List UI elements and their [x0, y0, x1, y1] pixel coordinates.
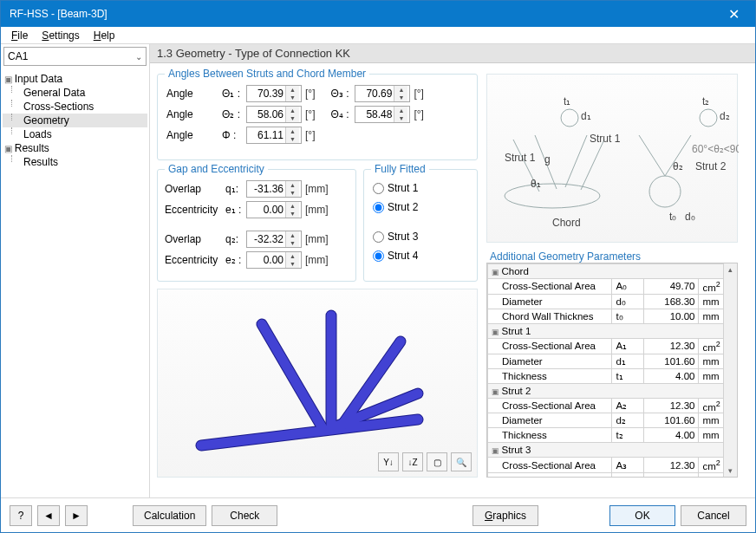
spinner-input[interactable] — [247, 254, 285, 266]
spinner-input[interactable] — [247, 183, 285, 195]
tree-results-root[interactable]: Results — [3, 141, 147, 155]
view-tool-1[interactable]: ↓Z — [402, 452, 423, 471]
svg-line-6 — [262, 324, 323, 428]
gap-symbol: q₁: — [225, 183, 246, 195]
param-symbol: A₃ — [612, 458, 644, 473]
menu-help[interactable]: Help — [88, 28, 121, 43]
spin-up-icon[interactable]: ▲ — [286, 107, 299, 114]
spinner-input[interactable] — [247, 204, 285, 216]
spin-up-icon[interactable]: ▲ — [286, 202, 299, 210]
table-section[interactable]: Strut 3 — [488, 443, 737, 458]
spinner-input[interactable] — [247, 233, 285, 245]
spin-down-icon[interactable]: ▼ — [286, 114, 299, 122]
param-name: Diameter — [488, 354, 612, 368]
radio-strut-4[interactable]: Strut 4 — [373, 246, 470, 265]
spinner[interactable]: ▲▼ — [246, 180, 302, 198]
radio-strut-2[interactable]: Strut 2 — [373, 198, 470, 217]
spin-up-icon[interactable]: ▲ — [286, 86, 299, 94]
radio-input[interactable] — [373, 202, 384, 213]
radio-label: Strut 3 — [388, 231, 418, 243]
menu-file[interactable]: File — [6, 28, 33, 43]
spin-up-icon[interactable]: ▲ — [286, 127, 299, 135]
spin-up-icon[interactable]: ▲ — [286, 181, 299, 189]
spinner-input[interactable] — [355, 88, 394, 100]
spinner[interactable]: ▲▼ — [246, 85, 302, 102]
spin-down-icon[interactable]: ▼ — [394, 94, 407, 101]
svg-text:d₁: d₁ — [581, 110, 591, 122]
view-tool-0[interactable]: Y↓ — [378, 452, 399, 471]
tree-cross-sections[interactable]: Cross-Sections — [3, 100, 147, 114]
check-button[interactable]: Check — [212, 505, 277, 526]
gap-label: Overlap — [165, 183, 225, 195]
table-section[interactable]: Strut 2 — [488, 383, 737, 398]
spinner[interactable]: ▲▼ — [246, 127, 302, 144]
spinner-input[interactable] — [355, 108, 394, 120]
svg-text:Strut 1: Strut 1 — [590, 133, 621, 145]
spinner[interactable]: ▲▼ — [246, 251, 302, 269]
gap-group: Gap and Eccentricity Overlap q₁: ▲▼[mm] … — [157, 169, 356, 282]
spin-up-icon[interactable]: ▲ — [394, 86, 407, 94]
cancel-button[interactable]: Cancel — [681, 505, 746, 526]
table-row: Diameter d₀ 168.30 mm — [488, 294, 737, 309]
spinner-input[interactable] — [247, 129, 285, 141]
spin-up-icon[interactable]: ▲ — [286, 231, 299, 239]
spin-down-icon[interactable]: ▼ — [286, 239, 299, 247]
tree-loads[interactable]: Loads — [3, 127, 147, 141]
spin-down-icon[interactable]: ▼ — [286, 94, 299, 101]
spin-up-icon[interactable]: ▲ — [394, 107, 407, 114]
schematic-diagram: Strut 1 Strut 1 Strut 2 Chord t₁ t₂ d₁ d… — [486, 74, 738, 243]
preview-3d[interactable]: Y↓↓Z▢🔍 — [157, 289, 478, 478]
table-section[interactable]: Strut 1 — [488, 323, 737, 338]
radio-input[interactable] — [373, 250, 384, 262]
spinner[interactable]: ▲▼ — [355, 85, 410, 102]
tree-geometry[interactable]: Geometry — [3, 114, 147, 127]
spinner[interactable]: ▲▼ — [246, 201, 302, 218]
spin-down-icon[interactable]: ▼ — [286, 189, 299, 197]
param-value: 4.00 — [644, 368, 699, 383]
view-tool-2[interactable]: ▢ — [427, 452, 447, 471]
nav-tree: Input Data General Data Cross-Sections G… — [1, 68, 149, 497]
angle-symbol: Φ : — [222, 129, 246, 141]
spinner[interactable]: ▲▼ — [246, 231, 302, 248]
case-combo[interactable]: CA1 ⌄ — [3, 47, 147, 66]
tree-input-data[interactable]: Input Data — [3, 72, 147, 86]
svg-text:Strut 1: Strut 1 — [505, 152, 536, 164]
spin-down-icon[interactable]: ▼ — [394, 114, 407, 122]
calculation-button[interactable]: Calculation — [133, 505, 206, 526]
spin-down-icon[interactable]: ▼ — [286, 135, 299, 143]
chevron-down-icon: ⌄ — [135, 52, 142, 62]
spinner[interactable]: ▲▼ — [355, 106, 410, 123]
radio-strut-3[interactable]: Strut 3 — [373, 227, 470, 246]
radio-input[interactable] — [373, 183, 384, 194]
radio-strut-1[interactable]: Strut 1 — [373, 179, 470, 198]
angle-symbol: Θ₁ : — [222, 88, 246, 100]
spinner[interactable]: ▲▼ — [246, 106, 302, 123]
gap-symbol: e₁ : — [225, 204, 246, 216]
unit: [mm] — [305, 183, 329, 195]
tree-general-data[interactable]: General Data — [3, 86, 147, 100]
spin-down-icon[interactable]: ▼ — [286, 260, 299, 268]
svg-text:t₁: t₁ — [564, 95, 570, 107]
table-section[interactable]: Chord — [488, 264, 737, 279]
help-button[interactable]: ? — [10, 505, 32, 526]
view-tool-3[interactable]: 🔍 — [451, 452, 472, 471]
close-icon[interactable]: ✕ — [721, 6, 746, 23]
next-button[interactable]: ► — [65, 505, 88, 526]
param-symbol: d₂ — [612, 413, 644, 428]
window-title: RF-HSS - [Beam-3D] — [10, 8, 108, 20]
angle-symbol: Θ₄ : — [330, 108, 355, 120]
tree-results[interactable]: Results — [3, 155, 147, 169]
prev-button[interactable]: ◄ — [37, 505, 60, 526]
spinner-input[interactable] — [247, 108, 285, 120]
graphics-button[interactable]: Graphics — [472, 505, 538, 526]
spinner-input[interactable] — [247, 88, 285, 100]
param-value: 12.30 — [644, 338, 699, 354]
spin-down-icon[interactable]: ▼ — [286, 210, 299, 218]
menu-settings[interactable]: Settings — [36, 28, 84, 43]
scrollbar[interactable]: ▴▾ — [723, 263, 737, 477]
radio-input[interactable] — [373, 231, 384, 243]
ok-button[interactable]: OK — [609, 505, 675, 526]
param-value: 10.00 — [644, 309, 699, 323]
angle-symbol: Θ₃ : — [330, 88, 355, 100]
spin-up-icon[interactable]: ▲ — [286, 252, 299, 260]
